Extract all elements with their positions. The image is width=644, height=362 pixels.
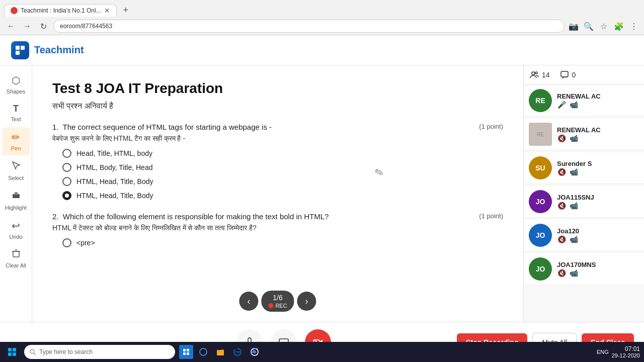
participant-name: Surender S [557, 160, 639, 167]
new-tab-button[interactable]: + [119, 4, 133, 18]
radio-1-2[interactable] [62, 163, 71, 172]
tool-text[interactable]: T Text [2, 100, 30, 126]
back-button[interactable]: ← [5, 20, 17, 32]
taskbar-search-icon [29, 348, 36, 355]
tool-clear-all[interactable]: Clear All [2, 245, 30, 273]
participants-tab[interactable]: 14 [530, 70, 550, 79]
forward-button[interactable]: → [21, 20, 33, 32]
radio-1-3[interactable] [62, 177, 71, 186]
undo-label: Undo [9, 234, 22, 240]
content-area: Test 8 JOA IT Preparation सभी प्रश्न अनि… [32, 65, 523, 322]
question-1: 1. The correct sequence of HTML tags for… [52, 123, 503, 200]
page-navigation: ‹ 1/6 REC › [239, 291, 316, 312]
option-2-1[interactable]: <pre> [62, 238, 503, 247]
mic-muted-icon[interactable]: 🔇 [557, 134, 566, 143]
refresh-button[interactable]: ↻ [37, 20, 49, 32]
highlight-icon [11, 190, 21, 203]
radio-1-4[interactable] [62, 191, 71, 200]
tool-undo[interactable]: ↩ Undo [2, 216, 30, 244]
tool-select[interactable]: Select [2, 156, 30, 185]
left-sidebar: ⬡ Shapes T Text ✏ Pen Select [0, 65, 32, 322]
video-off-icon[interactable]: 📹 [569, 268, 578, 278]
video-off-icon[interactable]: 📹 [569, 201, 578, 210]
page-indicator: 1/6 REC [261, 291, 294, 312]
video-off-icon[interactable]: 📹 [569, 167, 578, 176]
mic-muted-icon[interactable]: 🔇 [557, 268, 566, 278]
taskbar-cortana-icon[interactable] [196, 345, 210, 359]
participant-name: RENEWAL AC [557, 93, 639, 100]
option-1-4[interactable]: HTML, Head, Title, Body [62, 191, 503, 200]
logo-icon [11, 41, 29, 59]
video-off-icon[interactable]: 📹 [569, 134, 578, 143]
active-tab[interactable]: Teachmint : India's No.1 Onl... ✕ [4, 4, 117, 17]
question-2: 2. Which of the following element is res… [52, 212, 503, 247]
svg-line-23 [34, 353, 36, 355]
taskbar-windows-button[interactable] [179, 345, 193, 359]
logo-text: Teachmint [34, 44, 84, 56]
svg-rect-25 [187, 349, 189, 351]
radio-2-1[interactable] [62, 238, 71, 247]
participant-info: JOA115SNJ 🔇 📹 [557, 194, 639, 210]
participant-name: JOA115SNJ [557, 194, 639, 201]
question-2-points: (1 point) [479, 212, 503, 220]
mic-muted-icon[interactable]: 🔇 [557, 201, 566, 210]
extension-icon[interactable]: 🧩 [614, 21, 624, 31]
page-number: 1/6 [273, 294, 282, 302]
taskbar-date: 29-12-2020 [612, 352, 640, 358]
mic-muted-icon[interactable]: 🔇 [557, 167, 566, 176]
mic-muted-icon[interactable]: 🔇 [557, 235, 566, 244]
question-2-label: 2. Which of the following element is res… [52, 212, 329, 221]
question-1-points: (1 point) [479, 123, 503, 130]
highlight-label: Highlight [5, 205, 27, 211]
video-icon[interactable]: 📹 [569, 100, 578, 109]
tool-shapes[interactable]: ⬡ Shapes [2, 70, 30, 99]
tool-highlight[interactable]: Highlight [2, 186, 30, 215]
option-1-3[interactable]: HTML, Head, Title, Body [62, 177, 503, 186]
taskbar-chrome-icon[interactable] [248, 345, 262, 359]
camera-icon[interactable]: 📷 [569, 21, 579, 31]
option-1-1-label: Head, Title, HTML, body [76, 149, 152, 157]
question-1-options: Head, Title, HTML, body HTML, Body, Titl… [52, 149, 503, 200]
svg-rect-5 [13, 251, 19, 257]
participant-controls: 🎤 📹 [557, 100, 639, 109]
app-container: Teachmint ⬡ Shapes T Text ✏ Pen [0, 35, 644, 362]
taskbar-search[interactable]: Type here to search [24, 345, 175, 359]
chat-icon [560, 70, 569, 79]
radio-1-1[interactable] [62, 149, 71, 158]
tab-close-button[interactable]: ✕ [104, 7, 110, 15]
option-1-2[interactable]: HTML, Body, Title, Head [62, 163, 503, 172]
participant-info: RENEWAL AC 🎤 📹 [557, 93, 639, 109]
participant-avatar: SU [529, 156, 552, 179]
right-panel: 14 0 RE RENEWAL AC 🎤 [523, 65, 644, 322]
participant-avatar: RE [529, 89, 552, 112]
svg-rect-3 [13, 194, 20, 198]
search-icon[interactable]: 🔍 [584, 21, 594, 31]
participant-item: SU Surender S 🔇 📹 [524, 152, 644, 184]
taskbar-file-explorer-icon[interactable] [213, 345, 227, 359]
browser-toolbar: ← → ↻ eoroom/877644563 📷 🔍 ☆ 🧩 ⋮ [0, 18, 644, 35]
taskbar-edge-icon[interactable] [230, 345, 245, 359]
menu-icon[interactable]: ⋮ [629, 21, 639, 31]
circle-icon [199, 347, 208, 356]
start-button[interactable] [4, 344, 20, 360]
video-off-icon[interactable]: 📹 [569, 235, 578, 244]
participant-info: JOA170MNS 🔇 📹 [557, 261, 639, 278]
option-1-4-label: HTML, Head, Title, Body [76, 192, 153, 200]
svg-rect-26 [183, 352, 186, 355]
tool-pen[interactable]: ✏ Pen [2, 127, 30, 155]
participant-name: JOA170MNS [557, 261, 639, 268]
chat-count: 0 [572, 71, 576, 79]
browser-tabs: Teachmint : India's No.1 Onl... ✕ + [0, 0, 644, 18]
logo-bar: Teachmint [0, 35, 644, 65]
next-page-button[interactable]: › [297, 292, 316, 311]
mic-icon[interactable]: 🎤 [557, 100, 566, 109]
chat-tab[interactable]: 0 [560, 70, 576, 79]
option-1-1[interactable]: Head, Title, HTML, body [62, 149, 503, 158]
content-subtitle: सभी प्रश्न अनिवार्य है [52, 102, 503, 111]
participant-info: RENEWAL AC 🔇 📹 [557, 126, 639, 143]
address-bar[interactable]: eoroom/877644563 [53, 20, 565, 33]
participants-list: RE RENEWAL AC 🎤 📹 RE RENE [524, 85, 644, 322]
svg-rect-19 [13, 348, 16, 351]
prev-page-button[interactable]: ‹ [239, 292, 258, 311]
bookmark-icon[interactable]: ☆ [599, 21, 609, 31]
